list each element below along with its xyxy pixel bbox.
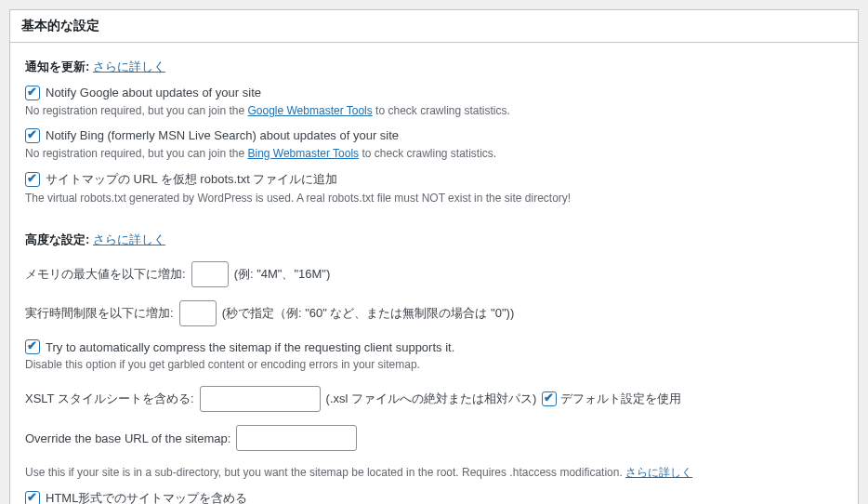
panel-body: 通知を更新: さらに詳しく Notify Google about update… — [10, 43, 858, 504]
robots-label: サイトマップの URL を仮想 robots.txt ファイルに追加 — [46, 171, 337, 188]
baseurl-row: Override the base URL of the sitemap: — [25, 425, 843, 451]
xslt-row: XSLT スタイルシートを含める: (.xsl ファイルへの絶対または相対パス)… — [25, 386, 843, 412]
advanced-more-link[interactable]: さらに詳しく — [93, 232, 165, 246]
baseurl-label: Override the base URL of the sitemap: — [25, 431, 230, 445]
notify-google-row: Notify Google about updates of your site — [25, 86, 843, 100]
memory-label: メモリの最大値を以下に増加: — [25, 266, 186, 283]
robots-row: サイトマップの URL を仮想 robots.txt ファイルに追加 — [25, 171, 843, 188]
compress-row: Try to automatically compress the sitema… — [25, 339, 843, 354]
baseurl-more-link[interactable]: さらに詳しく — [625, 466, 692, 479]
compress-label: Try to automatically compress the sitema… — [46, 340, 454, 354]
html-row: HTML形式でのサイトマップを含める — [25, 490, 843, 504]
notify-bing-checkbox[interactable] — [25, 128, 40, 143]
memory-hint: (例: "4M"、"16M") — [234, 266, 331, 283]
panel-title: 基本的な設定 — [10, 10, 858, 43]
notify-bing-desc: No registration required, but you can jo… — [25, 145, 843, 162]
notify-bing-label: Notify Bing (formerly MSN Live Search) a… — [46, 128, 399, 142]
xslt-hint: (.xsl ファイルへの絶対または相対パス) — [326, 391, 537, 407]
memory-row: メモリの最大値を以下に増加: (例: "4M"、"16M") — [25, 261, 843, 287]
compress-desc: Disable this option if you get garbled c… — [25, 356, 843, 373]
bing-webmaster-link[interactable]: Bing Webmaster Tools — [247, 147, 359, 160]
notify-google-checkbox[interactable] — [25, 86, 40, 100]
baseurl-input[interactable] — [236, 425, 357, 451]
xslt-default-label: デフォルト設定を使用 — [560, 391, 681, 407]
notify-google-desc: No registration required, but you can jo… — [25, 102, 843, 119]
google-webmaster-link[interactable]: Google Webmaster Tools — [247, 104, 372, 117]
baseurl-desc: Use this if your site is in a sub-direct… — [25, 464, 843, 481]
notify-group-header: 通知を更新: さらに詳しく — [25, 58, 843, 76]
notify-bing-row: Notify Bing (formerly MSN Live Search) a… — [25, 128, 843, 143]
time-input[interactable] — [179, 300, 217, 326]
advanced-label: 高度な設定: — [25, 232, 89, 246]
time-hint: (秒で指定（例: "60" など、または無制限の場合は "0")) — [222, 305, 515, 322]
time-row: 実行時間制限を以下に増加: (秒で指定（例: "60" など、または無制限の場合… — [25, 300, 843, 326]
memory-input[interactable] — [191, 261, 229, 287]
robots-desc: The virtual robots.txt generated by Word… — [25, 190, 843, 206]
xslt-label: XSLT スタイルシートを含める: — [25, 391, 194, 407]
notify-google-label: Notify Google about updates of your site — [46, 86, 261, 99]
compress-checkbox[interactable] — [25, 339, 40, 354]
notify-more-link[interactable]: さらに詳しく — [93, 60, 165, 73]
basic-settings-panel: 基本的な設定 通知を更新: さらに詳しく Notify Google about… — [9, 9, 859, 504]
notify-label: 通知を更新: — [25, 60, 89, 73]
time-label: 実行時間制限を以下に増加: — [25, 305, 174, 322]
xslt-input[interactable] — [200, 386, 321, 412]
html-label: HTML形式でのサイトマップを含める — [46, 490, 247, 504]
xslt-default-checkbox[interactable] — [542, 391, 557, 406]
robots-checkbox[interactable] — [25, 172, 40, 187]
advanced-group-header: 高度な設定: さらに詳しく — [25, 231, 843, 249]
html-checkbox[interactable] — [25, 491, 40, 504]
